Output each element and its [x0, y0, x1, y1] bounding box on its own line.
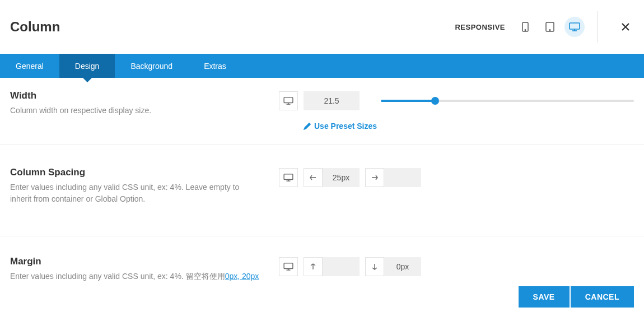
spacing-device-toggle[interactable] — [279, 168, 298, 187]
width-label: Width — [10, 90, 262, 101]
spacing-desc: Enter values including any valid CSS uni… — [10, 181, 262, 205]
arrow-right-icon[interactable] — [365, 168, 384, 187]
preset-sizes-link[interactable]: Use Preset Sizes — [304, 122, 634, 131]
margin-bottom-group — [365, 257, 421, 276]
device-icons — [515, 17, 585, 37]
responsive-label: RESPONSIVE — [455, 23, 505, 31]
spacing-label: Column Spacing — [10, 167, 262, 178]
svg-point-3 — [549, 30, 550, 31]
close-icon[interactable] — [621, 22, 630, 31]
width-slider[interactable] — [381, 100, 634, 102]
margin-device-toggle[interactable] — [279, 257, 298, 276]
desktop-icon[interactable] — [564, 17, 585, 37]
spacing-left-group — [304, 168, 360, 187]
tabs: General Design Background Extras — [0, 54, 644, 78]
svg-rect-15 — [284, 263, 293, 269]
slider-handle[interactable] — [431, 97, 439, 105]
preset-sizes-label: Use Preset Sizes — [314, 122, 377, 131]
header-right: RESPONSIVE — [455, 11, 630, 43]
tab-general[interactable]: General — [0, 54, 59, 78]
svg-point-1 — [525, 30, 526, 31]
footer: SAVE CANCEL — [0, 281, 644, 312]
margin-label: Margin — [10, 256, 262, 267]
separator — [597, 11, 598, 43]
arrow-up-icon[interactable] — [304, 257, 323, 276]
row-width: Width Column width on respective display… — [0, 78, 644, 145]
width-desc: Column width on respective display size. — [10, 105, 262, 117]
page-title: Column — [10, 19, 60, 35]
width-device-toggle[interactable] — [279, 91, 298, 110]
row-spacing: Column Spacing Enter values including an… — [0, 145, 644, 236]
content-scroll[interactable]: Width Column width on respective display… — [0, 78, 644, 292]
svg-rect-9 — [284, 97, 293, 103]
tablet-icon[interactable] — [540, 17, 560, 37]
svg-rect-12 — [284, 174, 293, 180]
margin-top-group — [304, 257, 360, 276]
tab-extras[interactable]: Extras — [188, 54, 242, 78]
mobile-icon[interactable] — [515, 17, 535, 37]
spacing-right-group — [365, 168, 421, 187]
arrow-down-icon[interactable] — [365, 257, 384, 276]
slider-track — [381, 100, 435, 102]
margin-top-input[interactable] — [323, 257, 360, 276]
header: Column RESPONSIVE — [0, 0, 644, 54]
arrow-left-icon[interactable] — [304, 168, 323, 187]
margin-bottom-input[interactable] — [384, 257, 421, 276]
margin-default-link[interactable]: 0px, 20px — [225, 272, 259, 281]
spacing-right-input[interactable] — [384, 168, 421, 187]
svg-rect-4 — [570, 23, 580, 29]
tab-design[interactable]: Design — [59, 54, 115, 78]
cancel-button[interactable]: CANCEL — [571, 286, 634, 308]
save-button[interactable]: SAVE — [519, 286, 570, 308]
spacing-left-input[interactable] — [323, 168, 360, 187]
width-input[interactable] — [304, 91, 360, 110]
tab-background[interactable]: Background — [115, 54, 188, 78]
